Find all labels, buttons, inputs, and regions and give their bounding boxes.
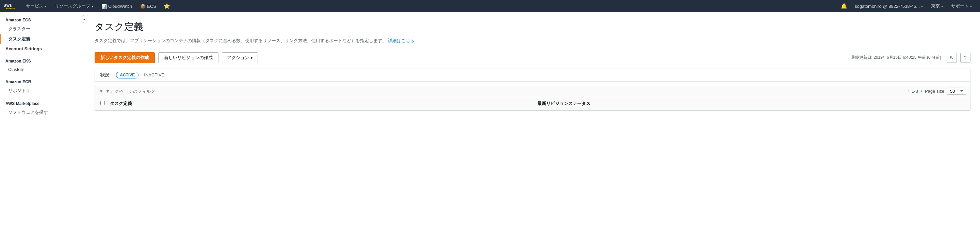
sidebar-item-eks-clusters[interactable]: Clusters bbox=[0, 65, 85, 74]
refresh-button[interactable]: ↻ bbox=[947, 53, 957, 63]
sidebar-item-repositories[interactable]: リポジトリ bbox=[0, 85, 85, 96]
sidebar-item-account-settings[interactable]: Account Settings bbox=[0, 44, 85, 53]
sidebar-section-marketplace: AWS Marketplace bbox=[0, 96, 85, 108]
page-description: タスク定義では、アプリケーションのコンテナの情報（タスクに含める数、使用するリソ… bbox=[95, 37, 970, 44]
create-task-definition-button[interactable]: 新しいタスク定義の作成 bbox=[95, 52, 155, 63]
sidebar-section-eks: Amazon EKS bbox=[0, 53, 85, 65]
sidebar: ◀ Amazon ECS クラスター タスク定義 Account Setting… bbox=[0, 12, 85, 250]
svg-text:aws: aws bbox=[4, 3, 12, 8]
sidebar-section-ecr: Amazon ECR bbox=[0, 74, 85, 85]
page-size-select[interactable]: 50 25 100 bbox=[947, 88, 966, 95]
nav-pin-icon[interactable]: ⭐ bbox=[160, 0, 173, 12]
services-chevron-icon: ▾ bbox=[45, 5, 47, 8]
sidebar-item-find-software[interactable]: ソフトウェアを探す bbox=[0, 108, 85, 117]
top-nav: aws サービス ▾ リソースグループ ▾ 📊 CloudWatch 📦 ECS… bbox=[0, 0, 980, 12]
account-chevron-icon: ▾ bbox=[921, 5, 923, 8]
page-title: タスク定義 bbox=[95, 21, 970, 33]
pagination-info: ‹ 1-3 › Page size 50 25 100 bbox=[907, 88, 966, 95]
nav-services[interactable]: サービス ▾ bbox=[22, 0, 51, 12]
nav-ecs[interactable]: 📦 ECS bbox=[136, 0, 160, 12]
actions-chevron-icon: ▾ bbox=[250, 55, 253, 60]
nav-resource-groups[interactable]: リソースグループ ▾ bbox=[51, 0, 97, 12]
nav-bell-icon[interactable]: 🔔 bbox=[837, 0, 851, 12]
ecs-icon: 📦 bbox=[140, 4, 146, 9]
sidebar-item-clusters[interactable]: クラスター bbox=[0, 24, 85, 34]
nav-account[interactable]: sogatomohiro @ 8822-7538-46... ▾ bbox=[851, 0, 927, 12]
resource-groups-chevron-icon: ▾ bbox=[92, 5, 93, 8]
status-inactive-tab[interactable]: INACTIVE bbox=[144, 72, 164, 78]
description-link[interactable]: 詳細はこちら bbox=[388, 38, 414, 43]
filter-bar: ▼ ‹ 1-3 › Page size 50 25 100 bbox=[95, 85, 970, 97]
help-button[interactable]: ? bbox=[960, 53, 970, 63]
last-updated-text: 最終更新日: 2019年6月15日 6:40:25 午前 (0 分前) bbox=[851, 55, 941, 60]
sidebar-item-task-definitions[interactable]: タスク定義 bbox=[0, 34, 85, 44]
filter-icon: ▼ bbox=[99, 89, 103, 94]
create-revision-button[interactable]: 新しいリビジョンの作成 bbox=[158, 52, 218, 63]
filter-input[interactable] bbox=[105, 89, 907, 94]
cloudwatch-icon: 📊 bbox=[102, 4, 107, 9]
help-icon: ? bbox=[964, 55, 967, 60]
refresh-icon: ↻ bbox=[950, 55, 954, 60]
task-definitions-table-container: 状況: ACTIVE INACTIVE ▼ ‹ 1-3 › Page size … bbox=[95, 69, 970, 111]
main-content: タスク定義 タスク定義では、アプリケーションのコンテナの情報（タスクに含める数、… bbox=[85, 12, 980, 250]
main-layout: ◀ Amazon ECS クラスター タスク定義 Account Setting… bbox=[0, 12, 980, 250]
prev-page-arrow[interactable]: ‹ bbox=[907, 89, 909, 93]
support-chevron-icon: ▾ bbox=[970, 5, 972, 8]
column-header-task-definition: タスク定義 bbox=[110, 101, 537, 107]
nav-region[interactable]: 東京 ▾ bbox=[927, 0, 947, 12]
table-header-row: タスク定義 最新リビジョンステータス bbox=[95, 97, 970, 111]
nav-cloudwatch[interactable]: 📊 CloudWatch bbox=[97, 0, 136, 12]
actions-dropdown-button[interactable]: アクション ▾ bbox=[222, 52, 258, 63]
nav-support[interactable]: サポート ▾ bbox=[947, 0, 976, 12]
sidebar-section-ecs: Amazon ECS bbox=[0, 12, 85, 24]
action-bar: 新しいタスク定義の作成 新しいリビジョンの作成 アクション ▾ 最終更新日: 2… bbox=[95, 52, 970, 63]
next-page-arrow[interactable]: › bbox=[921, 89, 922, 93]
status-active-badge[interactable]: ACTIVE bbox=[116, 72, 138, 79]
column-header-latest-revision: 最新リビジョンステータス bbox=[537, 101, 965, 107]
region-chevron-icon: ▾ bbox=[941, 5, 943, 8]
aws-logo[interactable]: aws bbox=[4, 2, 16, 10]
status-label: 状況: bbox=[100, 72, 111, 78]
select-all-checkbox[interactable] bbox=[100, 101, 105, 105]
